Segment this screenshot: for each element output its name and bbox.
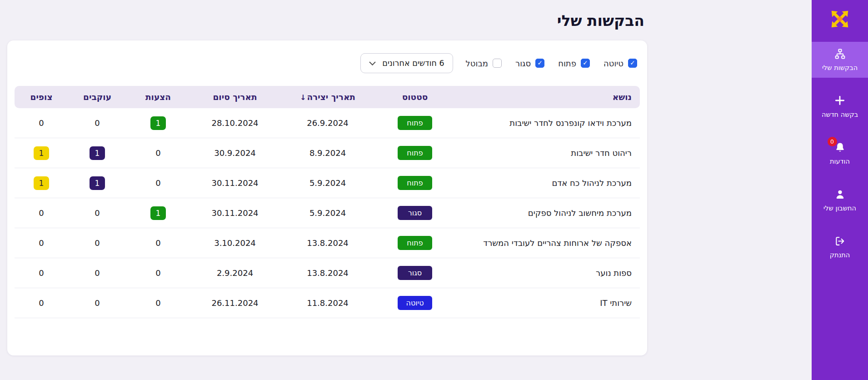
column-header-label: נושא — [613, 92, 632, 102]
checkbox-icon[interactable] — [628, 59, 637, 68]
filter-label: טיוטה — [604, 59, 624, 68]
sidebar-item-logout[interactable]: התנתק — [812, 229, 868, 265]
sidebar-item-label: הודעות — [830, 158, 850, 165]
cell-subject: אספקה של ארוחות צהריים לעובדי המשרד — [454, 228, 640, 258]
proposals-count-badge: 1 — [150, 206, 166, 220]
period-select-value: 6 חודשים אחרונים — [382, 59, 444, 68]
request-subject[interactable]: מערכת מיחשוב לניהול ספקים — [528, 208, 632, 218]
table-row[interactable]: שירותי IT טיוטה 11.8.2024 26.11.2024 0 0… — [15, 288, 640, 318]
status-filter-draft[interactable]: טיוטה — [604, 59, 637, 68]
filter-label: סגור — [515, 59, 531, 68]
column-header-label: תאריך יצירה — [307, 92, 355, 102]
cell-subject: מערכת מיחשוב לניהול ספקים — [454, 198, 640, 228]
column-header-viewers[interactable]: צופים — [15, 86, 68, 108]
followers-count-badge: 0 — [90, 266, 105, 280]
status-badge: סגור — [398, 266, 432, 280]
cell-viewers: 0 — [15, 198, 68, 228]
table-row[interactable]: מערכת וידאו קונפרנס לחדר ישיבות פתוח 26.… — [15, 108, 640, 138]
cell-status: סגור — [375, 198, 454, 228]
sidebar-item-notifications[interactable]: 0 הודעות — [812, 135, 868, 171]
requests-card: טיוטה פתוח סגור מבוטל — [7, 40, 647, 355]
requests-table-body: מערכת וידאו קונפרנס לחדר ישיבות פתוח 26.… — [15, 108, 640, 318]
cell-followers: 1 — [68, 138, 126, 168]
request-subject[interactable]: מערכת וידאו קונפרנס לחדר ישיבות — [509, 118, 632, 128]
status-filters: טיוטה פתוח סגור מבוטל — [466, 59, 637, 68]
status-filter-cancelled[interactable]: מבוטל — [466, 59, 502, 68]
table-row[interactable]: ספות נוער סגור 13.8.2024 2.9.2024 0 0 0 — [15, 258, 640, 288]
column-header-due-date[interactable]: תאריך סיום — [190, 86, 280, 108]
proposals-count-badge: 0 — [150, 236, 166, 250]
status-filter-open[interactable]: פתוח — [558, 59, 590, 68]
cell-followers: 0 — [68, 228, 126, 258]
cell-proposals: 1 — [126, 198, 190, 228]
sidebar-nav: הבקשות שלי בקשה חדשה 0 הודעות — [812, 42, 868, 265]
proposals-count-badge: 0 — [150, 146, 166, 160]
cell-proposals: 1 — [126, 108, 190, 138]
viewers-count-badge: 0 — [34, 266, 49, 280]
sidebar-item-new-request[interactable]: בקשה חדשה — [812, 89, 868, 125]
column-header-label: תאריך סיום — [213, 92, 257, 102]
cell-viewers: 0 — [15, 288, 68, 318]
sidebar-item-my-account[interactable]: החשבון שלי — [812, 182, 868, 218]
table-row[interactable]: ריהוט חדר ישיבות פתוח 8.9.2024 30.9.2024… — [15, 138, 640, 168]
chevron-down-icon — [369, 61, 376, 66]
proposals-count-badge: 0 — [150, 296, 166, 310]
column-header-subject[interactable]: נושא — [454, 86, 640, 108]
status-filter-closed[interactable]: סגור — [515, 59, 544, 68]
request-subject[interactable]: אספקה של ארוחות צהריים לעובדי המשרד — [483, 238, 632, 248]
sidebar-item-my-requests[interactable]: הבקשות שלי — [812, 42, 868, 78]
request-subject[interactable]: שירותי IT — [600, 298, 632, 308]
column-header-proposals[interactable]: הצעות — [126, 86, 190, 108]
checkbox-icon[interactable] — [493, 59, 502, 68]
table-row[interactable]: מערכת לניהול כח אדם פתוח 5.9.2024 30.11.… — [15, 168, 640, 198]
cell-proposals: 0 — [126, 288, 190, 318]
cell-viewers: 0 — [15, 228, 68, 258]
page-title: הבקשות שלי — [7, 12, 644, 30]
cell-proposals: 0 — [126, 168, 190, 198]
cell-followers: 0 — [68, 198, 126, 228]
viewers-count-badge: 0 — [34, 206, 49, 220]
column-header-label: סטטוס — [402, 92, 428, 102]
cell-followers: 1 — [68, 168, 126, 198]
table-row[interactable]: מערכת מיחשוב לניהול ספקים סגור 5.9.2024 … — [15, 198, 640, 228]
status-badge: פתוח — [398, 176, 432, 190]
request-subject[interactable]: מערכת לניהול כח אדם — [552, 178, 632, 188]
logo-arrows-icon — [827, 6, 853, 32]
followers-count-badge: 0 — [90, 116, 105, 130]
user-icon — [834, 188, 846, 200]
request-subject[interactable]: ריהוט חדר ישיבות — [571, 148, 632, 158]
column-header-status[interactable]: סטטוס — [375, 86, 454, 108]
cell-proposals: 0 — [126, 138, 190, 168]
check-icon — [538, 60, 543, 66]
column-header-followers[interactable]: עוקבים — [68, 86, 126, 108]
column-header-created-date[interactable]: תאריך יצירה↓ — [280, 86, 375, 108]
period-select[interactable]: 6 חודשים אחרונים — [360, 53, 453, 73]
column-header-label: עוקבים — [83, 92, 111, 102]
viewers-count-badge: 1 — [34, 146, 49, 160]
sidebar-item-label: הבקשות שלי — [822, 64, 858, 71]
table-row[interactable]: אספקה של ארוחות צהריים לעובדי המשרד פתוח… — [15, 228, 640, 258]
logout-icon — [834, 235, 846, 247]
plus-icon — [834, 94, 846, 107]
sidebar-item-label: בקשה חדשה — [822, 111, 858, 118]
notification-count-badge: 0 — [828, 137, 837, 146]
cell-viewers: 0 — [15, 258, 68, 288]
app-logo[interactable] — [812, 0, 868, 35]
followers-count-badge: 1 — [90, 146, 105, 160]
status-badge: פתוח — [398, 146, 432, 160]
cell-status: טיוטה — [375, 288, 454, 318]
cell-subject: ספות נוער — [454, 258, 640, 288]
request-subject[interactable]: ספות נוער — [596, 268, 632, 278]
column-header-label: צופים — [30, 92, 53, 102]
viewers-count-badge: 0 — [34, 296, 49, 310]
checkbox-icon[interactable] — [581, 59, 590, 68]
cell-created-date: 13.8.2024 — [280, 228, 375, 258]
check-icon — [630, 60, 635, 66]
cell-due-date: 3.10.2024 — [190, 228, 280, 258]
checkbox-icon[interactable] — [535, 59, 544, 68]
cell-status: סגור — [375, 258, 454, 288]
filter-label: מבוטל — [466, 59, 488, 68]
cell-proposals: 0 — [126, 258, 190, 288]
followers-count-badge: 0 — [90, 296, 105, 310]
proposals-count-badge: 0 — [150, 266, 166, 280]
